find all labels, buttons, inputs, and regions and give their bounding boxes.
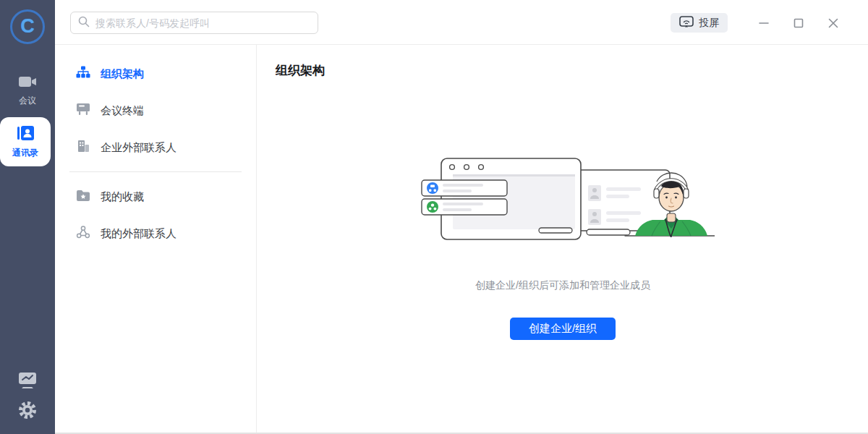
rail-item-label: 通讯录	[12, 147, 38, 159]
rail-item-label: 会议	[19, 95, 36, 107]
external-contacts-icon	[76, 226, 90, 242]
sidebar-item-label: 我的收藏	[101, 190, 144, 204]
page-title: 组织架构	[276, 62, 325, 79]
sidebar-item-my-external-contacts[interactable]: 我的外部联系人	[62, 221, 249, 247]
rail-item-settings[interactable]	[0, 400, 55, 423]
sidebar-item-label: 会议终端	[101, 104, 144, 118]
sidebar-item-org-structure[interactable]: 组织架构	[62, 61, 249, 87]
empty-state-caption: 创建企业/组织后可添加和管理企业成员	[475, 279, 650, 292]
meeting-terminal-icon	[76, 103, 90, 119]
maximize-button[interactable]	[788, 16, 809, 30]
sidebar-item-external-enterprise-contacts[interactable]: 企业外部联系人	[62, 135, 249, 161]
close-button[interactable]	[823, 16, 843, 30]
sidebar-item-label: 组织架构	[101, 67, 144, 81]
app-logo: C	[10, 9, 45, 44]
empty-state-illustration	[411, 147, 715, 244]
sidebar-item-meeting-terminal[interactable]: 会议终端	[62, 98, 249, 124]
app-window: { "window": { "cast_label": "投屏" }, "sea…	[0, 0, 868, 434]
building-icon	[76, 140, 90, 156]
create-org-button[interactable]: 创建企业/组织	[510, 318, 616, 340]
empty-state: 创建企业/组织后可添加和管理企业成员 创建企业/组织	[258, 147, 868, 340]
main-panel: 组织架构	[258, 46, 868, 434]
sidebar-divider	[69, 171, 242, 172]
topbar: 投屏	[55, 0, 868, 45]
search-box[interactable]	[70, 12, 318, 34]
search-icon	[78, 16, 90, 30]
cast-screen-button[interactable]: 投屏	[671, 13, 728, 33]
sidebar-item-label: 我的外部联系人	[101, 227, 176, 241]
cast-screen-icon	[679, 16, 694, 30]
contacts-sidebar: 组织架构 会议终端 企业外部联系人 我的收藏 我的外部联系人	[55, 45, 257, 434]
video-camera-icon	[18, 75, 37, 92]
org-structure-icon	[76, 66, 90, 82]
sidebar-item-label: 企业外部联系人	[101, 141, 176, 155]
rail-item-meetings[interactable]: 会议	[0, 75, 55, 107]
cast-screen-label: 投屏	[699, 17, 719, 30]
sidebar-item-my-favorites[interactable]: 我的收藏	[62, 184, 249, 210]
minimize-button[interactable]	[754, 16, 774, 30]
favorites-folder-icon	[76, 190, 90, 205]
rail-item-contacts[interactable]: 通讯录	[0, 117, 51, 166]
contacts-book-icon	[16, 125, 35, 144]
app-rail: C 会议 通讯录	[0, 0, 55, 434]
rail-item-stats[interactable]	[0, 371, 55, 393]
stats-monitor-icon	[17, 371, 38, 393]
gear-icon	[17, 400, 38, 423]
search-input[interactable]	[95, 17, 310, 29]
